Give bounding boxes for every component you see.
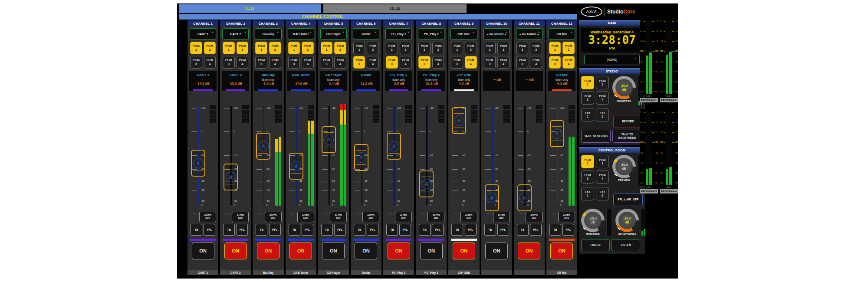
talk-to-studio-button[interactable]: TALK TO STUDIO bbox=[581, 130, 611, 143]
talkback-button[interactable]: TB bbox=[419, 224, 431, 236]
pgm-1-button[interactable]: PGM1 bbox=[353, 42, 365, 54]
pgm-2-button[interactable]: PGM2 bbox=[562, 42, 575, 54]
source-select[interactable]: DAB Tuner ⌄ bbox=[288, 28, 314, 39]
preview-knob[interactable]: -30.0dB bbox=[612, 155, 636, 178]
channel-on-button[interactable]: ON bbox=[453, 243, 475, 259]
pfl-button[interactable]: PFL bbox=[497, 224, 509, 236]
cr-pgm-3-button[interactable]: PGM3 bbox=[581, 170, 594, 184]
source-select[interactable]: CR Mic ⌄ bbox=[549, 28, 575, 39]
auto-mix-button[interactable]: AUTOMIX bbox=[395, 212, 412, 222]
auto-mix-button[interactable]: AUTOMIX bbox=[362, 212, 379, 222]
pgm-4-button[interactable]: PGM4 bbox=[562, 56, 575, 69]
pgm-4-button[interactable]: PGM4 bbox=[302, 56, 314, 69]
talkback-button[interactable]: TB bbox=[354, 224, 365, 236]
pgm-3-button[interactable]: PGM3 bbox=[255, 56, 267, 69]
pgm-3-button[interactable]: PGM3 bbox=[223, 56, 235, 69]
pgm-1-button[interactable]: PGM1 bbox=[190, 42, 202, 54]
pfl-button[interactable]: PFL bbox=[236, 224, 248, 236]
pgm-4-button[interactable]: PGM4 bbox=[237, 56, 249, 69]
pgm-1-button[interactable]: PGM1 bbox=[451, 42, 463, 54]
talkback-button[interactable]: TB bbox=[517, 224, 529, 236]
pgm-2-button[interactable]: PGM2 bbox=[269, 42, 281, 54]
pgm-4-button[interactable]: PGM4 bbox=[400, 56, 412, 69]
studio-ext-1-button[interactable]: EXT1 bbox=[581, 108, 594, 121]
pgm-4-button[interactable]: PGM4 bbox=[530, 56, 542, 69]
auto-mix-button[interactable]: AUTOMIX bbox=[460, 212, 477, 222]
channel-on-button[interactable]: ON bbox=[257, 243, 279, 259]
show-profile-select[interactable]: [NONE] ⌄ bbox=[584, 55, 640, 64]
pgm-1-button[interactable]: PGM1 bbox=[321, 42, 333, 54]
studio-monitors-knob[interactable]: -30.0dB bbox=[612, 76, 636, 99]
pfl-button[interactable]: PFL bbox=[562, 224, 574, 236]
studio-pgm-3-button[interactable]: PGM3 bbox=[581, 91, 594, 105]
pgm-3-button[interactable]: PGM3 bbox=[484, 56, 496, 69]
source-select[interactable]: Guitar ⌄ bbox=[353, 28, 379, 39]
pgm-3-button[interactable]: PGM3 bbox=[321, 56, 333, 69]
channel-on-button[interactable]: ON bbox=[322, 243, 345, 259]
pgm-3-button[interactable]: PGM3 bbox=[451, 56, 463, 69]
pfl-button[interactable]: PFL bbox=[334, 224, 346, 236]
pfl-button[interactable]: PFL bbox=[399, 224, 411, 236]
tab-bank-1-12[interactable]: 1..12 bbox=[179, 4, 321, 13]
fader-knob[interactable]: A bbox=[322, 126, 336, 153]
fader-knob[interactable]: A bbox=[354, 144, 368, 171]
headphones-listen-button[interactable]: LISTEN bbox=[612, 239, 640, 251]
pgm-2-button[interactable]: PGM2 bbox=[400, 42, 412, 54]
pgm-4-button[interactable]: PGM4 bbox=[367, 56, 379, 69]
channel-on-button[interactable]: ON bbox=[224, 243, 247, 259]
studio-pgm-2-button[interactable]: PGM2 bbox=[596, 76, 609, 89]
pfl-button[interactable]: PFL bbox=[204, 224, 215, 236]
channel-on-button[interactable]: ON bbox=[518, 243, 540, 259]
pgm-1-button[interactable]: PGM1 bbox=[418, 42, 431, 54]
pgm-2-button[interactable]: PGM2 bbox=[432, 42, 444, 54]
source-select[interactable]: PC_Play 1 ⌄ bbox=[385, 28, 412, 39]
channel-on-button[interactable]: ON bbox=[550, 243, 573, 259]
pgm-3-button[interactable]: PGM3 bbox=[353, 56, 365, 69]
pgm-2-button[interactable]: PGM2 bbox=[237, 42, 249, 54]
auto-mix-button[interactable]: AUTOMIX bbox=[199, 212, 216, 222]
pfl-button[interactable]: PFL bbox=[302, 224, 313, 236]
pfl-button[interactable]: PFL bbox=[269, 224, 281, 236]
pgm-2-button[interactable]: PGM2 bbox=[334, 42, 346, 54]
cr-pgm-4-button[interactable]: PGM4 bbox=[596, 170, 609, 184]
source-select[interactable]: – no source – ⌄ bbox=[516, 28, 542, 39]
record-button[interactable]: RECORD bbox=[613, 115, 643, 128]
studio-ext-2-button[interactable]: EXT2 bbox=[596, 108, 609, 121]
source-select[interactable]: CART 1 ⌄ bbox=[190, 28, 216, 39]
talkback-button[interactable]: TB bbox=[386, 224, 398, 236]
channel-on-button[interactable]: ON bbox=[289, 243, 312, 259]
channel-on-button[interactable]: ON bbox=[388, 243, 410, 259]
studio-pgm-4-button[interactable]: PGM4 bbox=[596, 91, 609, 105]
auto-mix-button[interactable]: AUTOMIX bbox=[427, 212, 444, 222]
talkback-button[interactable]: TB bbox=[484, 224, 496, 236]
talkback-button[interactable]: TB bbox=[549, 224, 561, 236]
pgm-3-button[interactable]: PGM3 bbox=[549, 56, 561, 69]
pgm-2-button[interactable]: PGM2 bbox=[367, 42, 379, 54]
pgm-3-button[interactable]: PGM3 bbox=[288, 56, 300, 69]
pgm-2-button[interactable]: PGM2 bbox=[497, 42, 510, 54]
pgm-1-button[interactable]: PGM1 bbox=[288, 42, 300, 54]
pgm-1-button[interactable]: PGM1 bbox=[255, 42, 267, 54]
pgm-1-button[interactable]: PGM1 bbox=[549, 42, 561, 54]
pgm-4-button[interactable]: PGM4 bbox=[269, 56, 281, 69]
pgm-3-button[interactable]: PGM3 bbox=[418, 56, 431, 69]
talkback-button[interactable]: TB bbox=[451, 224, 463, 236]
pgm-2-button[interactable]: PGM2 bbox=[530, 42, 542, 54]
pgm-2-button[interactable]: PGM2 bbox=[302, 42, 314, 54]
headphones-knob[interactable]: -30.0dB bbox=[615, 209, 639, 232]
source-select[interactable]: PC_Play 2 ⌄ bbox=[418, 28, 444, 39]
talkback-button[interactable]: TB bbox=[223, 224, 235, 236]
channel-on-button[interactable]: ON bbox=[192, 243, 214, 259]
cr-pgm-1-button[interactable]: PGM1 bbox=[581, 155, 594, 168]
talkback-button[interactable]: TB bbox=[321, 224, 333, 236]
pgm-4-button[interactable]: PGM4 bbox=[204, 56, 216, 69]
source-select[interactable]: Z/IP ONE ⌄ bbox=[450, 28, 477, 39]
pgm-2-button[interactable]: PGM2 bbox=[204, 42, 216, 54]
fader-knob[interactable]: A bbox=[452, 107, 466, 134]
channel-on-button[interactable]: ON bbox=[355, 243, 377, 259]
tab-bank-13-24[interactable]: 13..24 bbox=[323, 4, 467, 13]
talkback-button[interactable]: TB bbox=[256, 224, 267, 236]
pgm-4-button[interactable]: PGM4 bbox=[334, 56, 346, 69]
source-select[interactable]: – no source – ⌄ bbox=[483, 28, 510, 39]
studio-pgm-1-button[interactable]: PGM1 bbox=[581, 76, 594, 89]
